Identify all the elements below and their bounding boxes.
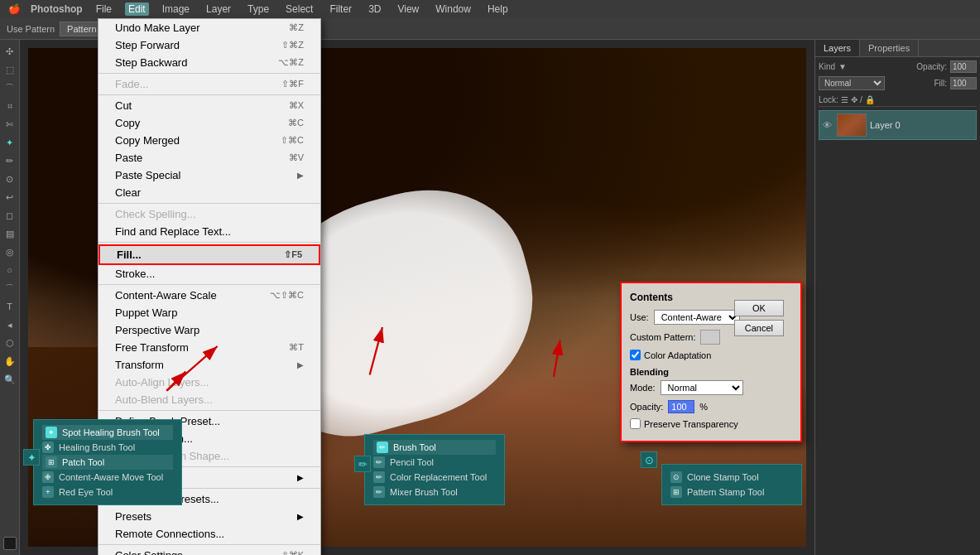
path-selection-tool[interactable]: ◂ xyxy=(2,316,18,333)
menu-color-settings[interactable]: Color Settings... ⇧⌘K xyxy=(98,547,320,555)
healing-tool-indicator[interactable]: ✦ xyxy=(23,449,40,466)
kind-label: Kind xyxy=(819,62,835,71)
spot-healing-icon: ✦ xyxy=(46,427,57,438)
brush-tool-item[interactable]: ✏ Brush Tool xyxy=(373,440,496,455)
layer-0-item[interactable]: 👁 Layer 0 xyxy=(819,110,977,140)
type-tool[interactable]: T xyxy=(2,298,18,315)
ok-button[interactable]: OK xyxy=(734,300,784,316)
menu-copy-merged[interactable]: Copy Merged ⇧⌘C xyxy=(98,132,320,149)
hand-tool[interactable]: ✋ xyxy=(2,353,18,369)
menu-edit[interactable]: Edit xyxy=(125,2,149,16)
pattern-stamp-item[interactable]: ⊞ Pattern Stamp Tool xyxy=(670,485,793,499)
menu-free-transform[interactable]: Free Transform ⌘T xyxy=(98,339,320,356)
cancel-button[interactable]: Cancel xyxy=(734,320,784,336)
menu-3d[interactable]: 3D xyxy=(365,2,384,16)
menu-type[interactable]: Type xyxy=(244,2,272,16)
menu-view[interactable]: View xyxy=(394,2,422,16)
menu-find-replace[interactable]: Find and Replace Text... xyxy=(98,223,320,240)
menu-paste[interactable]: Paste ⌘V xyxy=(98,149,320,166)
menu-check-spelling[interactable]: Check Spelling... xyxy=(98,205,320,223)
menu-paste-special[interactable]: Paste Special ▶ xyxy=(98,166,320,184)
menu-help[interactable]: Help xyxy=(484,2,512,16)
eye-icon[interactable]: 👁 xyxy=(823,120,832,130)
menu-filter[interactable]: Filter xyxy=(326,2,355,16)
menu-clear[interactable]: Clear xyxy=(98,184,320,201)
spot-healing-brush-item[interactable]: ✦ Spot Healing Brush Tool xyxy=(42,425,173,440)
brush-tool-indicator[interactable]: ✏ xyxy=(354,456,371,472)
menu-fill[interactable]: Fill... ⇧F5 xyxy=(98,244,320,265)
apple-menu[interactable]: 🍎 xyxy=(8,3,21,15)
content-aware-move-item[interactable]: ✙ Content-Aware Move Tool xyxy=(42,470,173,485)
menu-copy[interactable]: Copy ⌘C xyxy=(98,114,320,132)
preserve-transparency-checkbox[interactable] xyxy=(630,418,641,429)
color-adaptation-checkbox[interactable] xyxy=(630,350,641,360)
menu-check-spelling-label: Check Spelling... xyxy=(115,208,196,220)
lock-icon-1[interactable]: ☰ xyxy=(841,95,848,104)
preserve-transparency-row: Preserve Transparency xyxy=(630,418,792,429)
menu-perspective-warp[interactable]: Perspective Warp xyxy=(98,321,320,339)
lock-icon-3[interactable]: / xyxy=(860,95,862,104)
move-tool[interactable]: ✣ xyxy=(2,43,18,60)
color-replacement-label: Color Replacement Tool xyxy=(390,472,487,482)
menu-stroke[interactable]: Stroke... xyxy=(98,265,320,282)
menu-cut[interactable]: Cut ⌘X xyxy=(98,97,320,114)
gradient-tool[interactable]: ▤ xyxy=(2,225,18,242)
pen-tool[interactable]: ⌒ xyxy=(2,280,18,297)
properties-tab[interactable]: Properties xyxy=(860,40,919,56)
menu-fade[interactable]: Fade... ⇧⌘F xyxy=(98,75,320,93)
red-eye-item[interactable]: + Red Eye Tool xyxy=(42,485,173,499)
shape-tool[interactable]: ⬡ xyxy=(2,335,18,351)
clone-stamp-tooltip: ⊙ Clone Stamp Tool ⊞ Pattern Stamp Tool xyxy=(661,464,802,505)
menu-undo[interactable]: Undo Make Layer ⌘Z xyxy=(98,19,320,36)
menu-content-aware-scale[interactable]: Content-Aware Scale ⌥⇧⌘C xyxy=(98,287,320,304)
clone-tool[interactable]: ⊙ xyxy=(2,171,18,187)
lasso-tool[interactable]: ⌒ xyxy=(2,80,18,96)
color-replacement-item[interactable]: ✏ Color Replacement Tool xyxy=(373,470,496,485)
menu-select[interactable]: Select xyxy=(282,2,316,16)
use-select[interactable]: Content-Aware xyxy=(654,310,740,325)
mixer-brush-item[interactable]: ✏ Mixer Brush Tool xyxy=(373,485,496,499)
eyedropper-tool[interactable]: ✄ xyxy=(2,116,18,133)
dodge-tool[interactable]: ○ xyxy=(2,262,18,278)
crop-tool[interactable]: ⌗ xyxy=(2,98,18,114)
opacity-input[interactable] xyxy=(950,60,977,73)
clone-tool-indicator[interactable]: ⊙ xyxy=(641,451,657,468)
layers-mode-row: Normal Fill: xyxy=(819,76,977,90)
custom-pattern-swatch[interactable] xyxy=(700,330,720,345)
eraser-tool[interactable]: ◻ xyxy=(2,207,18,224)
zoom-tool[interactable]: 🔍 xyxy=(2,371,18,388)
menu-step-forward[interactable]: Step Forward ⇧⌘Z xyxy=(98,36,320,54)
clone-stamp-item[interactable]: ⊙ Clone Stamp Tool xyxy=(670,470,793,485)
menu-layer[interactable]: Layer xyxy=(203,2,234,16)
blend-mode-select[interactable]: Normal xyxy=(819,76,885,90)
menu-puppet-warp[interactable]: Puppet Warp xyxy=(98,304,320,321)
opacity-dialog-input[interactable] xyxy=(668,400,694,413)
brush-tool[interactable]: ✏ xyxy=(2,152,18,169)
history-tool[interactable]: ↩ xyxy=(2,189,18,205)
selection-tool[interactable]: ⬚ xyxy=(2,61,18,78)
menu-content-aware-scale-shortcut: ⌥⇧⌘C xyxy=(270,290,304,301)
menu-window[interactable]: Window xyxy=(432,2,474,16)
menu-find-replace-label: Find and Replace Text... xyxy=(115,225,231,238)
menu-image[interactable]: Image xyxy=(159,2,193,16)
menu-auto-blend[interactable]: Auto-Blend Layers... xyxy=(98,391,320,408)
pencil-tool-item[interactable]: ✏ Pencil Tool xyxy=(373,455,496,470)
menu-file[interactable]: File xyxy=(93,2,115,16)
patch-tool-item[interactable]: ⊞ Patch Tool xyxy=(42,455,173,470)
foreground-color[interactable] xyxy=(3,537,17,550)
menu-step-backward[interactable]: Step Backward ⌥⌘Z xyxy=(98,54,320,71)
menu-step-forward-shortcut: ⇧⌘Z xyxy=(281,40,304,51)
mode-select[interactable]: Normal xyxy=(661,380,743,395)
lock-label: Lock: xyxy=(819,95,838,104)
layers-tab[interactable]: Layers xyxy=(815,40,860,56)
lock-icon-4[interactable]: 🔒 xyxy=(865,95,875,104)
lock-icon-2[interactable]: ✥ xyxy=(851,95,858,104)
blur-tool[interactable]: ◎ xyxy=(2,244,18,260)
menu-auto-align[interactable]: Auto-Align Layers... xyxy=(98,374,320,391)
menu-remote-connections[interactable]: Remote Connections... xyxy=(98,525,320,543)
fill-input[interactable] xyxy=(950,77,977,89)
menu-presets[interactable]: Presets ▶ xyxy=(98,508,320,525)
menu-transform[interactable]: Transform ▶ xyxy=(98,356,320,374)
healing-tool[interactable]: ✦ xyxy=(2,134,18,151)
healing-brush-item[interactable]: ✤ Healing Brush Tool xyxy=(42,440,173,455)
